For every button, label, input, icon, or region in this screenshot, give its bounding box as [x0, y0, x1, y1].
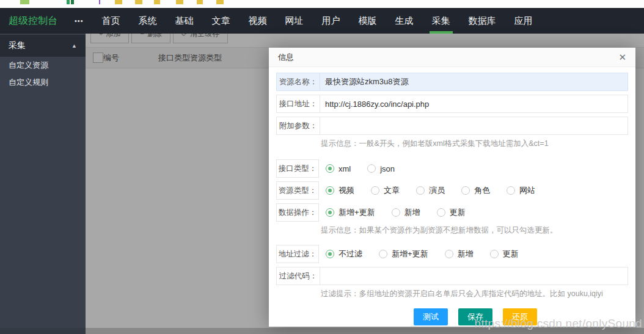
radio-selected-icon[interactable]: [326, 164, 334, 173]
favicon-fragment-green: [67, 0, 70, 4]
favicon-fragment-yellow: [176, 0, 183, 4]
info-modal: 信息 ✕ 资源名称： 最快资源站zkm3u8资源 接口地址： http://cj…: [269, 48, 635, 327]
radio-unselected-icon[interactable]: [416, 186, 425, 195]
modal-title: 信息: [278, 52, 294, 63]
radio-option-label: 网站: [519, 185, 535, 196]
filter-code-hint: 过滤提示：多组地址的资源开启白名单后只会入库指定代码的地址。比如 youku,i…: [321, 289, 628, 299]
api-url-label: 接口地址：: [277, 95, 320, 112]
chevron-up-icon: ▲: [71, 43, 77, 49]
radio-option-网站[interactable]: 网站: [507, 185, 535, 196]
favicon-fragment-yellow: [115, 0, 122, 4]
address-filter-label: 地址过滤：: [276, 245, 319, 263]
extra-params-row: 附加参数：: [276, 117, 628, 135]
filter-code-input[interactable]: [320, 267, 628, 285]
radio-option-xml[interactable]: xml: [326, 164, 351, 173]
more-menu-icon[interactable]: •••: [75, 17, 84, 24]
nav-item-视频[interactable]: 视频: [244, 8, 272, 34]
nav-item-模版[interactable]: 模版: [354, 8, 382, 34]
interface-type-label: 接口类型：: [276, 159, 319, 178]
browser-favicon-strip: [0, 0, 644, 8]
data-operation-hint: 提示信息：如果某个资源作为副资源不想新增数据，可以只勾选更新。: [321, 225, 628, 236]
favicon-fragment-green-light: [20, 0, 29, 4]
nav-item-文章[interactable]: 文章: [207, 8, 235, 34]
radio-option-label: 更新: [450, 207, 466, 218]
radio-unselected-icon[interactable]: [490, 250, 499, 258]
radio-option-json[interactable]: json: [367, 164, 395, 173]
favicon-fragment-yellow: [135, 0, 142, 4]
close-icon[interactable]: ✕: [618, 53, 626, 62]
radio-unselected-icon[interactable]: [379, 250, 387, 258]
radio-unselected-icon[interactable]: [461, 186, 470, 195]
filter-code-label: 过滤代码：: [277, 267, 320, 285]
radio-option-不过滤[interactable]: 不过滤: [326, 249, 362, 260]
radio-unselected-icon[interactable]: [371, 186, 379, 195]
radio-option-label: 不过滤: [338, 249, 362, 260]
modal-titlebar: 信息 ✕: [269, 48, 635, 67]
radio-option-label: xml: [338, 164, 351, 173]
nav-item-基础[interactable]: 基础: [170, 8, 199, 34]
nav-item-系统[interactable]: 系统: [134, 8, 162, 34]
radio-option-新增[interactable]: 新增: [445, 249, 474, 260]
radio-selected-icon[interactable]: [326, 208, 334, 217]
radio-option-演员[interactable]: 演员: [416, 185, 445, 196]
app-title: 超级控制台: [9, 15, 57, 27]
data-operation-row: 数据操作： 新增+更新新增更新: [276, 203, 628, 222]
radio-selected-icon[interactable]: [326, 250, 334, 258]
radio-option-label: 更新: [503, 249, 519, 260]
radio-unselected-icon[interactable]: [445, 250, 453, 258]
radio-unselected-icon[interactable]: [392, 208, 400, 217]
radio-unselected-icon[interactable]: [437, 208, 445, 217]
radio-option-label: 新增+更新: [392, 249, 428, 260]
radio-unselected-icon[interactable]: [367, 164, 376, 173]
radio-option-新增+更新[interactable]: 新增+更新: [326, 207, 375, 218]
sidebar-item-自定义资源[interactable]: 自定义资源: [0, 57, 86, 74]
radio-option-文章[interactable]: 文章: [371, 185, 400, 196]
nav-item-生成[interactable]: 生成: [390, 8, 419, 34]
favicon-fragment-yellow: [197, 0, 203, 4]
modal-body: 资源名称： 最快资源站zkm3u8资源 接口地址： http://cj.1886…: [269, 67, 635, 325]
radio-option-label: 新增: [404, 207, 420, 218]
resource-name-row: 资源名称： 最快资源站zkm3u8资源: [276, 73, 628, 91]
radio-option-新增[interactable]: 新增: [392, 207, 420, 218]
test-button[interactable]: 测试: [414, 308, 448, 325]
radio-option-更新[interactable]: 更新: [490, 249, 519, 260]
radio-option-label: 视频: [338, 185, 354, 196]
radio-unselected-icon[interactable]: [507, 186, 515, 195]
resource-name-input[interactable]: 最快资源站zkm3u8资源: [320, 73, 628, 90]
sidebar-item-自定义规则[interactable]: 自定义规则: [0, 74, 86, 91]
resource-name-label: 资源名称：: [277, 73, 320, 90]
top-navbar: 超级控制台 ••• 首页系统基础文章视频网址用户模版生成采集数据库应用: [0, 8, 644, 34]
filter-code-row: 过滤代码：: [276, 267, 628, 285]
favicon-fragment-purple: [99, 0, 100, 4]
sidebar-group-label: 采集: [9, 40, 26, 51]
api-url-row: 接口地址： http://cj.1886zy.co/inc/api.php: [276, 95, 628, 113]
resource-type-label: 资源类型：: [276, 181, 319, 200]
radio-option-角色[interactable]: 角色: [461, 185, 490, 196]
extra-params-label: 附加参数：: [277, 117, 320, 134]
favicon-fragment-green-dark: [71, 0, 74, 4]
favicon-fragment-yellow: [216, 0, 224, 4]
radio-option-label: json: [380, 164, 395, 173]
radio-option-视频[interactable]: 视频: [326, 185, 354, 196]
sidebar: 采集 ▲ 自定义资源自定义规则: [0, 34, 86, 334]
nav-item-用户[interactable]: 用户: [317, 8, 345, 34]
address-filter-row: 地址过滤： 不过滤新增+更新新增更新: [276, 245, 628, 263]
radio-option-label: 新增: [458, 249, 474, 260]
interface-type-row: 接口类型： xmljson: [276, 159, 628, 178]
extra-params-input[interactable]: [320, 117, 628, 134]
api-url-input[interactable]: http://cj.1886zy.co/inc/api.php: [320, 95, 628, 112]
nav-item-网址[interactable]: 网址: [280, 8, 309, 34]
nav-item-首页[interactable]: 首页: [97, 8, 125, 34]
radio-option-新增+更新[interactable]: 新增+更新: [379, 249, 428, 260]
radio-selected-icon[interactable]: [326, 186, 334, 195]
radio-option-label: 新增+更新: [338, 207, 375, 218]
radio-option-更新[interactable]: 更新: [437, 207, 466, 218]
radio-option-label: 角色: [474, 185, 490, 196]
nav-item-采集[interactable]: 采集: [427, 8, 455, 34]
radio-option-label: 演员: [429, 185, 445, 196]
watermark-text: https://blog.csdn.net/onlySound: [475, 317, 642, 330]
nav-item-应用[interactable]: 应用: [510, 8, 538, 34]
nav-item-数据库[interactable]: 数据库: [464, 8, 501, 34]
sidebar-group-caiji[interactable]: 采集 ▲: [0, 35, 86, 57]
data-operation-label: 数据操作：: [276, 203, 319, 222]
